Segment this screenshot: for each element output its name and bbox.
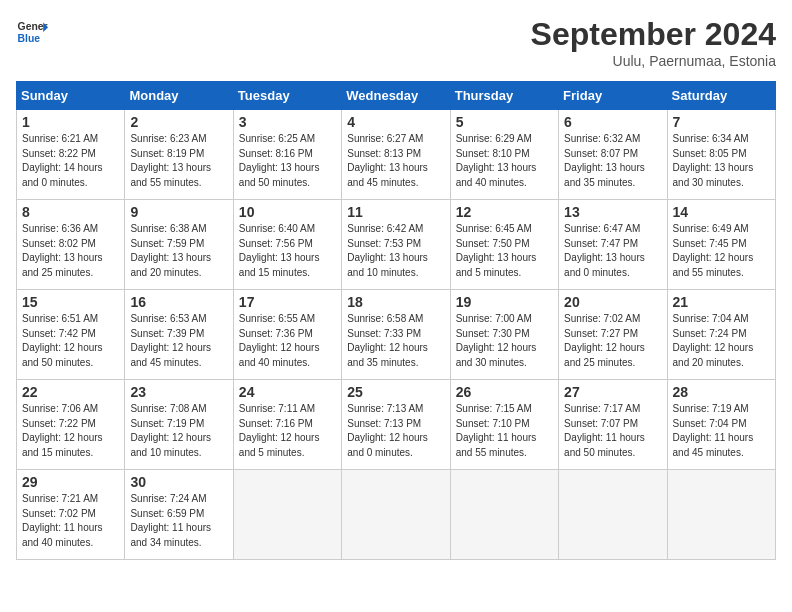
day-number: 18 xyxy=(347,294,444,310)
calendar-cell: 5Sunrise: 6:29 AMSunset: 8:10 PMDaylight… xyxy=(450,110,558,200)
calendar-cell: 19Sunrise: 7:00 AMSunset: 7:30 PMDayligh… xyxy=(450,290,558,380)
calendar-cell xyxy=(342,470,450,560)
calendar-cell: 8Sunrise: 6:36 AMSunset: 8:02 PMDaylight… xyxy=(17,200,125,290)
day-info: Sunrise: 7:24 AMSunset: 6:59 PMDaylight:… xyxy=(130,492,227,550)
calendar-cell: 1Sunrise: 6:21 AMSunset: 8:22 PMDaylight… xyxy=(17,110,125,200)
calendar-cell: 24Sunrise: 7:11 AMSunset: 7:16 PMDayligh… xyxy=(233,380,341,470)
calendar-cell: 25Sunrise: 7:13 AMSunset: 7:13 PMDayligh… xyxy=(342,380,450,470)
day-info: Sunrise: 6:51 AMSunset: 7:42 PMDaylight:… xyxy=(22,312,119,370)
day-info: Sunrise: 6:40 AMSunset: 7:56 PMDaylight:… xyxy=(239,222,336,280)
calendar-cell: 27Sunrise: 7:17 AMSunset: 7:07 PMDayligh… xyxy=(559,380,667,470)
calendar-body: 1Sunrise: 6:21 AMSunset: 8:22 PMDaylight… xyxy=(17,110,776,560)
weekday-thursday: Thursday xyxy=(450,82,558,110)
calendar-cell: 3Sunrise: 6:25 AMSunset: 8:16 PMDaylight… xyxy=(233,110,341,200)
header-area: General Blue September 2024 Uulu, Paernu… xyxy=(16,16,776,69)
day-number: 25 xyxy=(347,384,444,400)
calendar-cell: 14Sunrise: 6:49 AMSunset: 7:45 PMDayligh… xyxy=(667,200,775,290)
calendar-cell: 13Sunrise: 6:47 AMSunset: 7:47 PMDayligh… xyxy=(559,200,667,290)
day-number: 20 xyxy=(564,294,661,310)
day-number: 29 xyxy=(22,474,119,490)
day-number: 28 xyxy=(673,384,770,400)
day-info: Sunrise: 7:04 AMSunset: 7:24 PMDaylight:… xyxy=(673,312,770,370)
calendar-cell: 11Sunrise: 6:42 AMSunset: 7:53 PMDayligh… xyxy=(342,200,450,290)
day-number: 21 xyxy=(673,294,770,310)
day-info: Sunrise: 6:45 AMSunset: 7:50 PMDaylight:… xyxy=(456,222,553,280)
calendar-cell xyxy=(667,470,775,560)
location-title: Uulu, Paernumaa, Estonia xyxy=(531,53,776,69)
day-number: 8 xyxy=(22,204,119,220)
day-number: 3 xyxy=(239,114,336,130)
calendar-cell: 9Sunrise: 6:38 AMSunset: 7:59 PMDaylight… xyxy=(125,200,233,290)
day-number: 30 xyxy=(130,474,227,490)
day-info: Sunrise: 6:38 AMSunset: 7:59 PMDaylight:… xyxy=(130,222,227,280)
svg-text:Blue: Blue xyxy=(18,33,41,44)
calendar-cell: 4Sunrise: 6:27 AMSunset: 8:13 PMDaylight… xyxy=(342,110,450,200)
day-number: 15 xyxy=(22,294,119,310)
calendar-week-4: 22Sunrise: 7:06 AMSunset: 7:22 PMDayligh… xyxy=(17,380,776,470)
calendar-cell: 7Sunrise: 6:34 AMSunset: 8:05 PMDaylight… xyxy=(667,110,775,200)
day-number: 6 xyxy=(564,114,661,130)
calendar-cell: 28Sunrise: 7:19 AMSunset: 7:04 PMDayligh… xyxy=(667,380,775,470)
day-info: Sunrise: 7:13 AMSunset: 7:13 PMDaylight:… xyxy=(347,402,444,460)
day-number: 26 xyxy=(456,384,553,400)
day-number: 17 xyxy=(239,294,336,310)
weekday-wednesday: Wednesday xyxy=(342,82,450,110)
day-number: 4 xyxy=(347,114,444,130)
day-number: 7 xyxy=(673,114,770,130)
day-info: Sunrise: 7:11 AMSunset: 7:16 PMDaylight:… xyxy=(239,402,336,460)
calendar-week-1: 1Sunrise: 6:21 AMSunset: 8:22 PMDaylight… xyxy=(17,110,776,200)
day-number: 27 xyxy=(564,384,661,400)
weekday-sunday: Sunday xyxy=(17,82,125,110)
weekday-tuesday: Tuesday xyxy=(233,82,341,110)
calendar-cell: 17Sunrise: 6:55 AMSunset: 7:36 PMDayligh… xyxy=(233,290,341,380)
calendar-cell: 26Sunrise: 7:15 AMSunset: 7:10 PMDayligh… xyxy=(450,380,558,470)
calendar-cell: 23Sunrise: 7:08 AMSunset: 7:19 PMDayligh… xyxy=(125,380,233,470)
month-title: September 2024 xyxy=(531,16,776,53)
day-number: 11 xyxy=(347,204,444,220)
calendar-cell: 15Sunrise: 6:51 AMSunset: 7:42 PMDayligh… xyxy=(17,290,125,380)
calendar-cell: 20Sunrise: 7:02 AMSunset: 7:27 PMDayligh… xyxy=(559,290,667,380)
calendar-cell: 30Sunrise: 7:24 AMSunset: 6:59 PMDayligh… xyxy=(125,470,233,560)
day-info: Sunrise: 6:53 AMSunset: 7:39 PMDaylight:… xyxy=(130,312,227,370)
day-number: 1 xyxy=(22,114,119,130)
calendar-cell xyxy=(233,470,341,560)
day-info: Sunrise: 6:27 AMSunset: 8:13 PMDaylight:… xyxy=(347,132,444,190)
day-info: Sunrise: 6:25 AMSunset: 8:16 PMDaylight:… xyxy=(239,132,336,190)
day-info: Sunrise: 6:23 AMSunset: 8:19 PMDaylight:… xyxy=(130,132,227,190)
calendar-week-3: 15Sunrise: 6:51 AMSunset: 7:42 PMDayligh… xyxy=(17,290,776,380)
calendar-week-5: 29Sunrise: 7:21 AMSunset: 7:02 PMDayligh… xyxy=(17,470,776,560)
day-number: 12 xyxy=(456,204,553,220)
day-info: Sunrise: 6:42 AMSunset: 7:53 PMDaylight:… xyxy=(347,222,444,280)
weekday-header-row: SundayMondayTuesdayWednesdayThursdayFrid… xyxy=(17,82,776,110)
weekday-saturday: Saturday xyxy=(667,82,775,110)
day-info: Sunrise: 6:29 AMSunset: 8:10 PMDaylight:… xyxy=(456,132,553,190)
day-number: 14 xyxy=(673,204,770,220)
day-info: Sunrise: 7:21 AMSunset: 7:02 PMDaylight:… xyxy=(22,492,119,550)
day-info: Sunrise: 6:47 AMSunset: 7:47 PMDaylight:… xyxy=(564,222,661,280)
calendar-cell: 18Sunrise: 6:58 AMSunset: 7:33 PMDayligh… xyxy=(342,290,450,380)
day-info: Sunrise: 6:49 AMSunset: 7:45 PMDaylight:… xyxy=(673,222,770,280)
day-number: 9 xyxy=(130,204,227,220)
day-number: 13 xyxy=(564,204,661,220)
title-block: September 2024 Uulu, Paernumaa, Estonia xyxy=(531,16,776,69)
day-info: Sunrise: 6:21 AMSunset: 8:22 PMDaylight:… xyxy=(22,132,119,190)
day-info: Sunrise: 7:15 AMSunset: 7:10 PMDaylight:… xyxy=(456,402,553,460)
day-number: 24 xyxy=(239,384,336,400)
day-number: 2 xyxy=(130,114,227,130)
calendar-cell xyxy=(559,470,667,560)
day-number: 16 xyxy=(130,294,227,310)
weekday-friday: Friday xyxy=(559,82,667,110)
day-info: Sunrise: 6:58 AMSunset: 7:33 PMDaylight:… xyxy=(347,312,444,370)
calendar-cell: 22Sunrise: 7:06 AMSunset: 7:22 PMDayligh… xyxy=(17,380,125,470)
calendar-cell: 12Sunrise: 6:45 AMSunset: 7:50 PMDayligh… xyxy=(450,200,558,290)
calendar-cell: 16Sunrise: 6:53 AMSunset: 7:39 PMDayligh… xyxy=(125,290,233,380)
day-info: Sunrise: 7:08 AMSunset: 7:19 PMDaylight:… xyxy=(130,402,227,460)
calendar-cell: 10Sunrise: 6:40 AMSunset: 7:56 PMDayligh… xyxy=(233,200,341,290)
calendar-cell: 6Sunrise: 6:32 AMSunset: 8:07 PMDaylight… xyxy=(559,110,667,200)
day-info: Sunrise: 7:00 AMSunset: 7:30 PMDaylight:… xyxy=(456,312,553,370)
calendar-week-2: 8Sunrise: 6:36 AMSunset: 8:02 PMDaylight… xyxy=(17,200,776,290)
calendar-cell: 2Sunrise: 6:23 AMSunset: 8:19 PMDaylight… xyxy=(125,110,233,200)
calendar-cell: 29Sunrise: 7:21 AMSunset: 7:02 PMDayligh… xyxy=(17,470,125,560)
day-number: 10 xyxy=(239,204,336,220)
calendar-table: SundayMondayTuesdayWednesdayThursdayFrid… xyxy=(16,81,776,560)
